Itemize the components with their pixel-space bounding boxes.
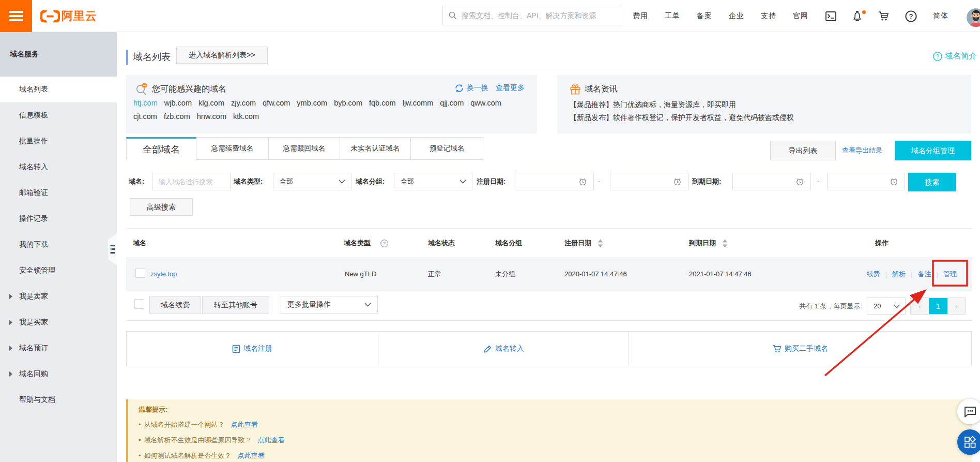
domain-suggestion[interactable]: byb.com xyxy=(334,99,362,107)
tab-all-domains[interactable]: 全部域名 xyxy=(126,137,196,160)
action-separator: | xyxy=(885,271,887,278)
tab-redeem-urgent[interactable]: 急需赎回域名 xyxy=(269,137,340,160)
export-list-button[interactable]: 导出列表 xyxy=(770,141,836,160)
register-domain-link[interactable]: 域名注册 xyxy=(127,332,378,366)
domain-suggestion[interactable]: hnw.com xyxy=(197,112,226,121)
tab-renew-urgent[interactable]: 急需续费域名 xyxy=(196,137,269,160)
exp-date-from-input[interactable] xyxy=(732,173,811,190)
notice-item: •从域名开始搭建一个网站？点此查看 xyxy=(139,417,972,433)
domain-suggestion[interactable]: ktk.com xyxy=(233,112,259,121)
refresh-icon[interactable] xyxy=(455,84,464,93)
domain-suggestion[interactable]: fzb.com xyxy=(164,112,190,121)
sidebar-item-domain-transfer-in[interactable]: 域名转入 xyxy=(0,154,117,180)
news-item[interactable]: 【爆品推荐】热门优选商标，海量资源库，即买即用 xyxy=(570,98,794,111)
domain-suggestion[interactable]: wjb.com xyxy=(164,99,192,107)
notification-bell-icon[interactable] xyxy=(853,11,862,21)
domain-suggestion[interactable]: ljw.comm xyxy=(403,99,434,107)
sidebar-item-domain-reserve[interactable]: 域名预订 xyxy=(0,335,117,361)
language-switch[interactable]: 简体 xyxy=(933,0,948,32)
sidebar-item-my-downloads[interactable]: 我的下载 xyxy=(0,232,117,258)
sidebar-item-domain-buyback[interactable]: 域名回购 xyxy=(0,361,117,387)
topnav-website[interactable]: 官网 xyxy=(792,11,809,21)
view-export-result-link[interactable]: 查看导出结果 xyxy=(842,146,882,155)
domain-suggestion[interactable]: ymb.com xyxy=(297,99,327,107)
domain-suggestion[interactable]: zjy.com xyxy=(231,99,256,107)
batch-renew-button[interactable]: 域名续费 xyxy=(149,296,201,314)
domain-suggestion[interactable]: qww.com xyxy=(470,99,501,107)
avatar[interactable] xyxy=(967,8,980,27)
goto-dns-list-button[interactable]: 进入域名解析列表>> xyxy=(176,47,268,64)
sort-icons[interactable] xyxy=(722,239,728,248)
topnav-icp[interactable]: 备案 xyxy=(696,11,713,21)
feedback-chat-button[interactable] xyxy=(957,399,980,424)
domain-suggestion[interactable]: qfw.com xyxy=(263,99,290,107)
sort-icons[interactable] xyxy=(598,239,603,248)
domain-suggestion[interactable]: qjj.com xyxy=(440,99,464,107)
topnav-ticket[interactable]: 工单 xyxy=(664,11,681,21)
row-domain-link[interactable]: zsyle.top xyxy=(150,257,177,291)
transfer-domain-link[interactable]: 域名转入 xyxy=(378,332,629,366)
search-button[interactable]: 搜索 xyxy=(908,173,956,191)
prev-page-button[interactable]: ‹ xyxy=(911,298,929,314)
sidebar-item-operation-log[interactable]: 操作记录 xyxy=(0,206,117,232)
topnav-fee[interactable]: 费用 xyxy=(632,11,649,21)
action-dns[interactable]: 解析 xyxy=(892,270,906,279)
aliyun-logo[interactable]: 阿里云 xyxy=(40,0,97,32)
row-checkbox[interactable] xyxy=(135,268,145,278)
tab-not-verified[interactable]: 未实名认证域名 xyxy=(340,137,411,160)
view-more-link[interactable]: 查看更多 xyxy=(496,83,525,93)
global-search[interactable] xyxy=(442,6,621,25)
next-page-button[interactable]: › xyxy=(947,298,966,314)
domain-suggestion[interactable]: htj.com xyxy=(133,99,158,107)
domain-filter-input[interactable] xyxy=(159,178,221,186)
type-help-icon[interactable]: ? xyxy=(380,240,388,247)
buy-secondhand-link[interactable]: 购买二手域名 xyxy=(629,332,971,366)
action-remark[interactable]: 备注 xyxy=(918,270,931,279)
sidebar-item-help-docs[interactable]: 帮助与文档 xyxy=(0,387,117,413)
console-icon[interactable] xyxy=(825,11,836,21)
exp-date-to-input[interactable] xyxy=(827,173,905,190)
batch-transfer-button[interactable]: 转至其他账号 xyxy=(202,296,269,314)
page-size-select[interactable]: 20 xyxy=(867,297,906,315)
domain-group-manage-button[interactable]: 域名分组管理 xyxy=(895,141,971,160)
sidebar-item-info-template[interactable]: 信息模板 xyxy=(0,102,117,128)
news-item[interactable]: 【新品发布】软件著作权登记，保护开发者权益，避免代码被盗或侵权 xyxy=(570,111,794,124)
notice-link[interactable]: 点此查看 xyxy=(238,452,265,459)
shuffle-link[interactable]: 换一换 xyxy=(467,83,488,93)
group-filter-select[interactable]: 全部 xyxy=(394,173,472,190)
sidebar-item-email-verify[interactable]: 邮箱验证 xyxy=(0,180,117,206)
action-renew[interactable]: 续费 xyxy=(867,270,880,279)
domain-suggestion[interactable]: klg.com xyxy=(198,99,224,107)
sidebar-item-domain-list[interactable]: 域名列表 xyxy=(0,77,117,102)
topnav-enterprise[interactable]: 企业 xyxy=(728,11,745,21)
select-all-checkbox[interactable] xyxy=(134,299,144,309)
header-divider xyxy=(117,69,980,69)
expand-arrow-icon xyxy=(9,294,12,299)
domain-intro-link[interactable]: ? 域名简介 xyxy=(933,51,977,61)
notice-link[interactable]: 点此查看 xyxy=(258,436,285,444)
hamburger-menu-button[interactable] xyxy=(0,0,32,32)
sidebar-item-label: 批量操作 xyxy=(19,137,48,146)
app-widget-button[interactable] xyxy=(957,429,980,455)
type-filter-select[interactable]: 全部 xyxy=(273,173,351,190)
domain-suggestion[interactable]: fqb.com xyxy=(369,99,396,107)
help-icon[interactable]: ? xyxy=(905,10,917,22)
search-input[interactable] xyxy=(462,11,611,20)
sidebar-item-seller[interactable]: 我是卖家 xyxy=(0,284,117,309)
reg-date-from-input[interactable] xyxy=(515,173,594,190)
action-manage[interactable]: 管理 xyxy=(943,270,957,279)
advanced-search-button[interactable]: 高级搜索 xyxy=(130,198,193,216)
sidebar-item-batch-ops[interactable]: 批量操作 xyxy=(0,128,117,154)
domain-suggestion[interactable]: cjt.com xyxy=(133,112,157,121)
tab-preregister[interactable]: 预登记域名 xyxy=(411,137,483,160)
sidebar-item-label: 域名转入 xyxy=(19,162,48,172)
sidebar-item-security-lock[interactable]: 安全锁管理 xyxy=(0,258,117,284)
more-batch-ops-select[interactable]: 更多批量操作 xyxy=(281,296,378,314)
cart-icon[interactable] xyxy=(878,11,889,21)
notice-link[interactable]: 点此查看 xyxy=(231,421,258,428)
topnav-support[interactable]: 支持 xyxy=(760,11,777,21)
sidebar-item-buyer[interactable]: 我是买家 xyxy=(0,309,117,335)
current-page[interactable]: 1 xyxy=(929,298,947,314)
sidebar-collapse-handle[interactable] xyxy=(108,233,117,265)
reg-date-to-input[interactable] xyxy=(610,173,688,190)
